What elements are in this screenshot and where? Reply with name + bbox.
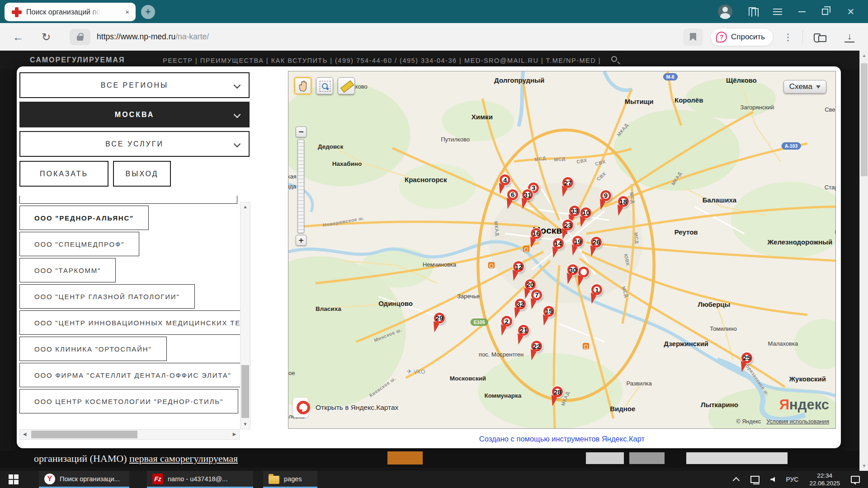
map-pin-16[interactable]: 16 [531, 228, 542, 239]
region-all-dropdown[interactable]: ВСЕ РЕГИОНЫ [19, 72, 250, 98]
password-manager-icon[interactable] [814, 32, 826, 42]
organization-list-item[interactable]: ООО "ЦЕНТР ГЛАЗНОЙ ПАТОЛОГИИ" [19, 284, 195, 309]
map-pin-15[interactable]: 15 [543, 306, 554, 317]
taskbar-app-yandex[interactable]: YПоиск организаци... [39, 471, 129, 488]
scroll-up-icon[interactable]: ▲ [241, 202, 250, 211]
language-indicator[interactable]: РУС [786, 476, 798, 483]
back-icon[interactable]: ← [13, 31, 24, 43]
zoom-select-tool[interactable] [316, 77, 333, 94]
organization-list-item[interactable]: ООО ЦЕНТР КОСМЕТОЛОГИИ "РЕДНОР-СТИЛЬ" [19, 389, 238, 413]
map-pin-32[interactable]: 32 [515, 299, 526, 310]
map-pin-19[interactable]: 19 [572, 236, 583, 247]
map-pin-6[interactable]: 6 [507, 189, 518, 200]
site-menu[interactable]: РЕЕСТР | ПРЕИМУЩЕСТВА | КАК ВСТУПИТЬ | (… [163, 57, 601, 64]
scroll-up-icon[interactable]: ▲ [860, 51, 868, 61]
more-options-icon[interactable]: ⋮ [783, 32, 793, 42]
organization-list-item[interactable]: ООО "ЦЕНТР ИННОВАЦИОННЫХ МЕДИЦИНСКИХ ТЕХ… [19, 310, 250, 335]
map-pin-18[interactable]: 18 [618, 196, 629, 207]
divider [802, 30, 803, 44]
exit-button[interactable]: ВЫХОД [113, 161, 171, 187]
page-scroll-thumb[interactable] [861, 63, 868, 176]
pan-hand-tool[interactable] [294, 77, 311, 94]
vertical-scroll-thumb[interactable] [241, 365, 249, 418]
zoom-slider[interactable] [297, 139, 304, 233]
bookmarks-panel-icon[interactable] [749, 7, 757, 16]
scroll-down-icon[interactable]: ▼ [241, 420, 250, 429]
organization-list-item[interactable]: ООО ФИРМА "САТЕЛЛИТ ДЕНТАЛ-ОФФИС ЭЛИТА" [19, 363, 246, 387]
list-horizontal-scrollbar[interactable]: ◀ ▶ [19, 429, 240, 440]
yandex-watermark: Яндекс [779, 397, 829, 413]
created-with-yandex-link[interactable]: Создано с помощью инструментов Яндекс.Ка… [288, 435, 836, 443]
bookmark-icon[interactable] [683, 28, 703, 46]
lock-icon[interactable] [70, 29, 90, 45]
search-icon[interactable] [611, 56, 617, 62]
tray-expand-icon[interactable] [733, 477, 740, 484]
footer-link[interactable]: первая саморегулируемая [129, 453, 238, 464]
services-dropdown[interactable]: ВСЕ УСЛУГИ [19, 131, 250, 157]
region-selected-dropdown[interactable]: МОСКВА [19, 102, 250, 127]
reload-icon[interactable]: ↻ [42, 31, 51, 43]
start-button[interactable] [0, 471, 27, 488]
map-pin-27[interactable]: 27 [562, 177, 573, 188]
url-field[interactable]: https://www.np-med.ru/na-karte/ [97, 32, 209, 42]
minimize-button[interactable] [798, 11, 806, 12]
organization-list-item[interactable]: ООО "РЕДНОР-АЛЬЯНС" [19, 206, 149, 230]
scroll-right-icon[interactable]: ▶ [230, 430, 239, 439]
yandex-maps-logo[interactable] [293, 398, 308, 418]
zoom-in-button[interactable]: + [296, 235, 307, 246]
map-layer-button[interactable]: Схема [783, 80, 826, 94]
map-pin-2[interactable]: 2 [501, 316, 512, 327]
show-button[interactable]: ПОКАЗАТЬ [19, 161, 108, 187]
map-pin-33[interactable]: 33 [569, 206, 580, 216]
map-pin-14[interactable]: 14 [553, 238, 564, 249]
scroll-left-icon[interactable]: ◀ [20, 430, 29, 439]
network-icon[interactable] [750, 476, 760, 483]
map-pin-26[interactable]: 26 [591, 237, 602, 248]
organization-list-item[interactable]: ООО КЛИНИКА "ОРТОСПАЙН" [19, 337, 167, 361]
map-pin-28[interactable]: 28 [552, 386, 563, 397]
organization-list-item[interactable] [19, 196, 237, 204]
new-tab-button[interactable]: + [141, 5, 155, 19]
profile-avatar[interactable] [718, 5, 732, 19]
scroll-down-icon[interactable]: ▼ [860, 461, 868, 471]
notifications-icon[interactable] [851, 476, 860, 483]
taskbar-app-folder[interactable]: pages [263, 471, 317, 488]
map-pin-9[interactable]: 9 [600, 190, 611, 201]
menu-icon[interactable] [773, 9, 782, 15]
site-header: САМОРЕГУЛИРУЕМАЯ РЕЕСТР | ПРЕИМУЩЕСТВА |… [0, 51, 868, 69]
map-pin-30[interactable]: 30 [567, 264, 578, 275]
browser-tab[interactable]: Поиск организаций по × [5, 3, 136, 21]
map-pin-20[interactable]: 20 [525, 279, 536, 290]
tab-close-icon[interactable]: × [123, 7, 131, 17]
chevron-down-icon [234, 82, 241, 89]
map-pin-4[interactable]: 4 [500, 174, 510, 185]
yandex-map[interactable]: ДолгопрудныйМытищиКоролёвЩёлковоЗагорянс… [288, 71, 836, 429]
map-pin-22[interactable]: 22 [531, 341, 542, 352]
organization-list-item[interactable]: ООО "СПЕЦМЕДПРОФ" [19, 232, 139, 256]
ask-button[interactable]: ? Спросить [710, 28, 774, 46]
map-pin-1[interactable]: 1 [591, 284, 602, 295]
close-button[interactable]: ✕ [844, 6, 857, 17]
taskbar-app-filezilla[interactable]: Fznamo - u437418@... [147, 471, 253, 488]
page-scrollbar[interactable]: ▲ ▼ [859, 51, 868, 471]
zoom-out-button[interactable]: − [296, 127, 307, 137]
clock[interactable]: 22:34 22.06.2025 [809, 472, 840, 487]
list-vertical-scrollbar[interactable]: ▲ ▼ [240, 202, 250, 429]
map-pin-10[interactable]: 10 [580, 207, 591, 218]
organization-list-item[interactable]: ООО "ТАРКОММ" [19, 258, 116, 282]
map-pin-25[interactable]: 25 [741, 352, 752, 363]
ruler-tool[interactable] [338, 77, 355, 94]
volume-icon[interactable] [770, 477, 775, 482]
map-pin-29[interactable]: 29 [434, 313, 445, 324]
downloads-icon[interactable]: ↓ [844, 32, 854, 42]
map-pin-12[interactable]: 12 [513, 261, 524, 272]
map-pin-31[interactable]: 31 [522, 189, 533, 200]
restore-button[interactable] [822, 9, 828, 15]
map-pin-23[interactable]: 23 [562, 220, 573, 230]
map-pin-hidden[interactable] [578, 267, 589, 277]
map-pin-7[interactable]: 7 [531, 290, 542, 300]
horizontal-scroll-thumb[interactable] [31, 431, 137, 438]
terms-link[interactable]: Условия использования [766, 418, 829, 425]
open-in-yandex-maps-link[interactable]: Открыть в Яндекс.Картах [316, 404, 398, 412]
map-pin-21[interactable]: 21 [518, 325, 529, 336]
